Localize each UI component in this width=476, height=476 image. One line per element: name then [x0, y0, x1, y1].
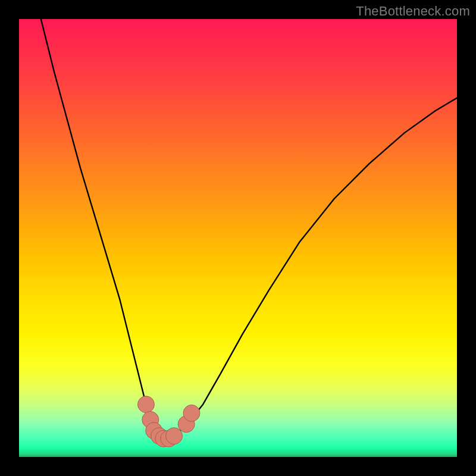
watermark-text: TheBottleneck.com [356, 4, 470, 19]
bottleneck-curve [41, 19, 457, 440]
marker-left-cluster-top [137, 396, 154, 413]
marker-group [137, 396, 199, 447]
marker-right-cluster-high [183, 405, 200, 421]
frame: TheBottleneck.com [0, 0, 476, 476]
marker-trough-3 [166, 428, 183, 444]
curve-layer [19, 19, 457, 457]
plot-area [19, 19, 457, 457]
